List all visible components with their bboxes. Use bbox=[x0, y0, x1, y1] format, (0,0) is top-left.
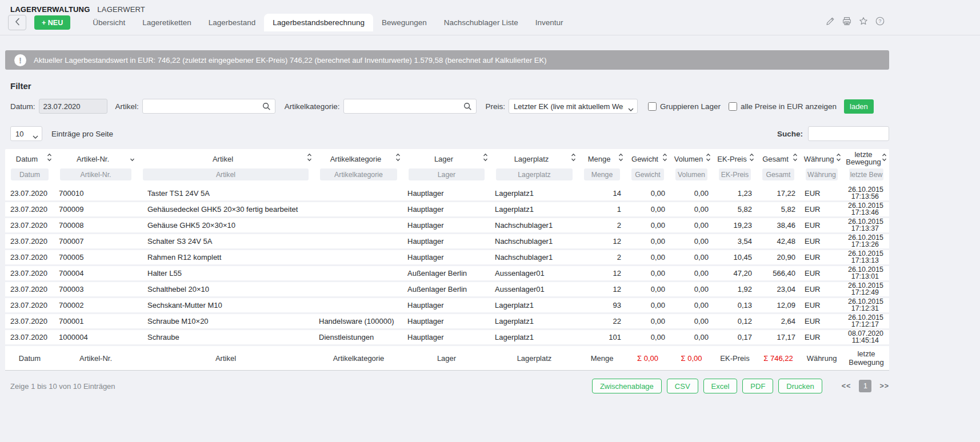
pagination-prev[interactable]: << bbox=[842, 382, 851, 390]
column-label: Artikel bbox=[213, 155, 233, 163]
cell-artikel: Schalthebel 20×10 bbox=[137, 282, 314, 298]
cell-ek-preis: 0,12 bbox=[713, 314, 757, 330]
table-row[interactable]: 23.07.2020700002Sechskant-Mutter M10Haup… bbox=[5, 298, 889, 314]
column-filter-lagerplatz[interactable]: Lagerplatz bbox=[496, 168, 573, 180]
cell-gesamt: 2,64 bbox=[757, 314, 800, 330]
footer-lagerplatz: Lagerplatz bbox=[490, 345, 578, 371]
suche-input[interactable] bbox=[808, 126, 889, 141]
footer-artikelkategorie: Artikelkategorie bbox=[314, 345, 403, 371]
column-filter-artikel-nr[interactable]: Artikel-Nr. bbox=[60, 168, 131, 180]
print-button[interactable] bbox=[841, 16, 853, 28]
cell-lager: Hauptlager bbox=[403, 234, 490, 250]
tab-lagerbestand[interactable]: Lagerbestand bbox=[200, 14, 265, 31]
table-row[interactable]: 23.07.2020700005Rahmen R12 komplettHaupt… bbox=[5, 250, 889, 266]
table-row[interactable]: 23.07.2020700001Schraube M10×20Handelswa… bbox=[5, 314, 889, 330]
tab-bewegungen[interactable]: Bewegungen bbox=[373, 14, 435, 31]
cell-volumen: 0,00 bbox=[670, 266, 713, 282]
column-filter-datum[interactable]: Datum bbox=[11, 168, 49, 180]
column-header-lager[interactable]: Lager bbox=[403, 149, 490, 167]
cell-menge: 14 bbox=[578, 186, 626, 202]
column-header-datum[interactable]: Datum bbox=[5, 149, 54, 167]
cell-letzte-bewegung: 26.10.2015 17:12:31 bbox=[843, 298, 889, 314]
page-size-select[interactable]: 10 bbox=[10, 126, 42, 141]
cell-lager: Hauptlager bbox=[403, 218, 490, 234]
excel-export-button[interactable]: Excel bbox=[703, 379, 738, 393]
export-buttons: ZwischenablageCSVExcelPDFDrucken bbox=[592, 379, 822, 393]
column-filter-artikel[interactable]: Artikel bbox=[143, 168, 309, 180]
table-row[interactable]: 23.07.2020700007Schalter S3 24V 5AHauptl… bbox=[5, 234, 889, 250]
back-button[interactable] bbox=[8, 15, 26, 30]
zwischenablage-export-button[interactable]: Zwischenablage bbox=[592, 379, 662, 393]
table-row[interactable]: 23.07.2020700008Gehäuse GHK5 20×30×10Hau… bbox=[5, 218, 889, 234]
pdf-export-button[interactable]: PDF bbox=[742, 379, 773, 393]
column-filter-lager[interactable]: Lager bbox=[409, 168, 485, 180]
csv-export-button[interactable]: CSV bbox=[667, 379, 698, 393]
cell-ek-preis: 10,45 bbox=[713, 250, 757, 266]
footer-menge: Menge bbox=[578, 345, 626, 371]
column-filter-währung[interactable]: Währung bbox=[806, 168, 838, 180]
cell-letzte-bewegung: 26.10.2015 17:13:37 bbox=[843, 218, 889, 234]
column-header-gewicht[interactable]: Gewicht bbox=[626, 149, 670, 167]
column-filter-gewicht[interactable]: Gewicht bbox=[631, 168, 664, 180]
cell-letzte-bewegung: 26.10.2015 17:12:49 bbox=[843, 282, 889, 298]
table-row[interactable]: 23.07.2020700009Gehäusedeckel GHK5 20×30… bbox=[5, 202, 889, 218]
column-header-artikel-nr[interactable]: Artikel-Nr. bbox=[54, 149, 137, 167]
column-header-artikel[interactable]: Artikel bbox=[137, 149, 314, 167]
column-filter-artikelkategorie[interactable]: Artikelkategorie bbox=[320, 168, 397, 180]
tab-inventur[interactable]: Inventur bbox=[527, 14, 572, 31]
column-header-währung[interactable]: Währung bbox=[800, 149, 843, 167]
inventory-table-card: DatumArtikel-Nr.ArtikelArtikelkategorieL… bbox=[5, 149, 889, 371]
eur-anzeigen-checkbox[interactable] bbox=[729, 102, 737, 111]
preis-select[interactable]: Letzter EK (live mit aktuellem Wert) bbox=[509, 99, 638, 114]
column-header-lagerplatz[interactable]: Lagerplatz bbox=[490, 149, 578, 167]
cell-datum: 23.07.2020 bbox=[5, 314, 54, 330]
table-row[interactable]: 23.07.2020700003Schalthebel 20×10Außenla… bbox=[5, 282, 889, 298]
laden-button[interactable]: laden bbox=[844, 99, 874, 114]
column-header-ek-preis[interactable]: EK-Preis bbox=[713, 149, 757, 167]
column-filter-volumen[interactable]: Volumen bbox=[675, 168, 707, 180]
column-header-menge[interactable]: Menge bbox=[578, 149, 626, 167]
cell-artikel-nr: 700008 bbox=[54, 218, 137, 234]
column-filter-letzte-bewegung[interactable]: letzte Bew bbox=[849, 168, 883, 180]
column-filter-menge[interactable]: Menge bbox=[584, 168, 620, 180]
tab-lagerbestandsberechnung[interactable]: Lagerbestandsberechnung bbox=[264, 14, 373, 31]
table-row[interactable]: 23.07.20201000004SchraubeDienstleistunge… bbox=[5, 330, 889, 345]
cell-volumen: 0,00 bbox=[670, 314, 713, 330]
pagination-page-1[interactable]: 1 bbox=[859, 380, 871, 392]
cell-lagerplatz: Lagerplatz1 bbox=[490, 298, 578, 314]
cell-gewicht: 0,00 bbox=[626, 234, 670, 250]
cell-lager: Hauptlager bbox=[403, 330, 490, 345]
help-button[interactable]: ? bbox=[874, 16, 886, 28]
cell-artikel-nr: 700010 bbox=[54, 186, 137, 202]
artikel-label: Artikel: bbox=[115, 102, 139, 111]
datum-input[interactable] bbox=[39, 99, 107, 114]
cell-artikelkategorie bbox=[314, 234, 403, 250]
tab-übersicht[interactable]: Übersicht bbox=[84, 14, 134, 31]
edit-button[interactable] bbox=[824, 16, 836, 28]
alert-text: Aktueller Lagerbestandswert in EUR: 746,… bbox=[34, 56, 547, 65]
favorite-button[interactable] bbox=[857, 16, 869, 28]
cell-menge: 2 bbox=[578, 250, 626, 266]
column-filter-gesamt[interactable]: Gesamt bbox=[762, 168, 794, 180]
column-filter-ek-preis[interactable]: EK-Preis bbox=[719, 168, 751, 180]
filter-row: Datum: Artikel: Artikelkategorie: Preis:… bbox=[5, 99, 889, 114]
gruppieren-lager-checkbox[interactable] bbox=[648, 102, 657, 111]
artikelkategorie-search-input[interactable] bbox=[343, 99, 477, 114]
footer-gesamt: Σ 746,22 bbox=[757, 345, 800, 371]
column-header-artikelkategorie[interactable]: Artikelkategorie bbox=[314, 149, 403, 167]
table-row[interactable]: 23.07.2020700010Taster TS1 24V 5AHauptla… bbox=[5, 186, 889, 202]
cell-menge: 101 bbox=[578, 330, 626, 345]
new-button[interactable]: + NEU bbox=[34, 15, 70, 30]
column-header-letzte-bewegung[interactable]: letzte Bewegung bbox=[843, 149, 889, 167]
artikel-search-input[interactable] bbox=[142, 99, 275, 114]
cell-letzte-bewegung: 26.10.2015 17:13:26 bbox=[843, 234, 889, 250]
column-header-volumen[interactable]: Volumen bbox=[670, 149, 713, 167]
tab-nachschublager-liste[interactable]: Nachschublager Liste bbox=[435, 14, 527, 31]
column-header-gesamt[interactable]: Gesamt bbox=[757, 149, 800, 167]
table-row[interactable]: 23.07.2020700004Halter L55Außenlager Ber… bbox=[5, 266, 889, 282]
drucken-export-button[interactable]: Drucken bbox=[778, 379, 822, 393]
cell-gesamt: 38,46 bbox=[757, 218, 800, 234]
tab-lageretiketten[interactable]: Lageretiketten bbox=[134, 14, 200, 31]
pagination-next[interactable]: >> bbox=[879, 382, 889, 390]
column-filter-cell: letzte Bew bbox=[843, 167, 889, 186]
